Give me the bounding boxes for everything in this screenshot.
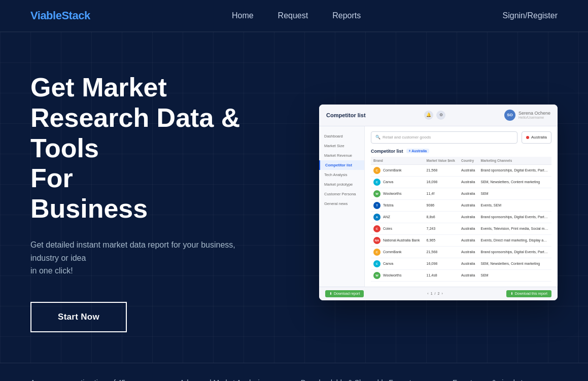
mockup-header-icons: 🔔 ⚙ xyxy=(424,111,445,120)
sidebar-competitor-list[interactable]: Competitor list xyxy=(319,160,364,170)
prev-page[interactable]: ‹ xyxy=(427,292,428,295)
cell-value: 9086 xyxy=(424,199,459,211)
cell-country: Australia xyxy=(459,176,478,188)
download-report-btn[interactable]: ⬇ Download report xyxy=(325,290,364,297)
mockup-header: Competitor list 🔔 ⚙ SO Serena Ochene Hel… xyxy=(319,105,558,126)
cell-value: 11,4f xyxy=(424,188,459,199)
hero-subtitle-line2: in one click! xyxy=(30,264,244,278)
user-subtitle: Hello/Username xyxy=(518,116,550,119)
stat-3: Downloadable & Shareable Formats xyxy=(301,378,415,381)
cell-country: Australia xyxy=(459,188,478,199)
cell-value: 21,568 xyxy=(424,246,459,258)
cell-value: 8,8s6 xyxy=(424,211,459,223)
stat-4: Easy to use & simple to consume xyxy=(453,378,558,381)
page-2[interactable]: 2 xyxy=(438,292,440,295)
cell-channels: SEM xyxy=(478,188,552,199)
avatar: SO xyxy=(504,110,515,121)
cell-brand: NA National Australia Bank xyxy=(371,234,424,246)
mockup-main-content: 🔍 Retail and customer goods Australia Co… xyxy=(365,126,558,287)
table-row: C CommBank 21,568 Australia Brand sponso… xyxy=(371,246,551,258)
download-this-report-btn[interactable]: ⬇ Download this report xyxy=(506,290,551,297)
cell-channels: Events, Direct mail marketing, Display a… xyxy=(478,234,552,246)
search-text: Retail and customer goods xyxy=(383,135,431,140)
cell-brand: A ANZ xyxy=(371,211,424,223)
logo-text: Viable xyxy=(30,9,61,22)
mockup-body: Dashboard Market Size Market Revenue Com… xyxy=(319,126,558,287)
cell-country: Australia xyxy=(459,211,478,223)
mockup-sidebar: Dashboard Market Size Market Revenue Com… xyxy=(319,126,365,287)
table-header-row: Brand Market Value $m/k Country Marketin… xyxy=(371,157,551,165)
notification-icon: 🔔 xyxy=(424,111,433,120)
navbar: ViableStack Home Request Reports Signin/… xyxy=(0,0,588,32)
cell-country: Australia xyxy=(459,223,478,234)
cell-value: 16,098 xyxy=(424,258,459,269)
sidebar-dashboard[interactable]: Dashboard xyxy=(319,131,364,141)
hero-subtitle: Get detailed instant market data report … xyxy=(30,238,244,278)
hero-title: Get MarketResearch Data & ToolsForBusine… xyxy=(30,73,284,224)
stat-1: Average generation time of 45secs. xyxy=(30,378,142,381)
cell-channels: Brand sponsorships, Digital Events, Part… xyxy=(478,211,552,223)
cell-channels: SEM, Newsletters, Content marketing xyxy=(478,258,552,269)
cell-brand: T Telstra xyxy=(371,199,424,211)
cell-channels: Events, Television, Print media, Social … xyxy=(478,223,552,234)
start-now-button[interactable]: Start Now xyxy=(30,302,127,332)
user-info: Serena Ochene Hello/Username xyxy=(518,111,550,119)
sidebar-general-news[interactable]: General news xyxy=(319,199,364,209)
sidebar-tech-analysis[interactable]: Tech Analysis xyxy=(319,170,364,180)
download-this-label: Download this report xyxy=(515,292,547,295)
table-row: C Coles 7,243 Australia Events, Televisi… xyxy=(371,223,551,234)
signin-register-link[interactable]: Signin/Register xyxy=(503,11,558,20)
table-row: NA National Australia Bank 6,965 Austral… xyxy=(371,234,551,246)
hero-section: Get MarketResearch Data & ToolsForBusine… xyxy=(0,32,588,363)
location-dot xyxy=(526,136,529,139)
mockup-location-badge[interactable]: Australia xyxy=(522,131,551,144)
mockup-search-input[interactable]: 🔍 Retail and customer goods xyxy=(371,131,517,144)
nav-reports[interactable]: Reports xyxy=(332,11,361,20)
table-row: C CommBank 21,568 Australia Brand sponso… xyxy=(371,164,551,176)
table-row: A ANZ 8,8s6 Australia Brand sponsorships… xyxy=(371,211,551,223)
sidebar-market-size[interactable]: Market Size xyxy=(319,141,364,151)
cell-channels: Brand sponsorships, Digital Events, Part… xyxy=(478,164,552,176)
nav-request[interactable]: Request xyxy=(278,11,308,20)
mockup-user: SO Serena Ochene Hello/Username xyxy=(504,110,550,121)
sidebar-market-revenue[interactable]: Market Revenue xyxy=(319,151,364,160)
cell-brand: C Coles xyxy=(371,223,424,234)
competitor-table: Brand Market Value $m/k Country Marketin… xyxy=(371,157,551,282)
table-row: T Telstra 9086 Australia Events, SEM xyxy=(371,199,551,211)
cell-value: 11,4s8 xyxy=(424,269,459,281)
col-brand: Brand xyxy=(371,157,424,165)
logo[interactable]: ViableStack xyxy=(30,9,90,22)
hero-content: Get MarketResearch Data & ToolsForBusine… xyxy=(30,73,284,332)
user-name: Serena Ochene xyxy=(518,111,550,116)
mockup-window: Competitor list 🔔 ⚙ SO Serena Ochene Hel… xyxy=(319,105,558,300)
cell-channels: Events, SEM xyxy=(478,199,552,211)
col-channels: Marketing Channels xyxy=(478,157,552,165)
settings-icon: ⚙ xyxy=(436,111,445,120)
nav-home[interactable]: Home xyxy=(232,11,254,20)
page-sep: / xyxy=(435,292,436,295)
hero-mockup: Competitor list 🔔 ⚙ SO Serena Ochene Hel… xyxy=(319,105,558,300)
cell-channels: SEM, Newsletters, Content marketing xyxy=(478,176,552,188)
hero-subtitle-line1: Get detailed instant market data report … xyxy=(30,240,235,262)
cell-country: Australia xyxy=(459,199,478,211)
pagination: ‹ 1 / 2 › xyxy=(427,292,442,295)
nav-links: Home Request Reports xyxy=(232,11,361,20)
cell-country: Australia xyxy=(459,269,478,281)
page-1[interactable]: 1 xyxy=(431,292,433,295)
cell-brand: C Canva xyxy=(371,258,424,269)
download-label: Download report xyxy=(334,292,360,295)
cell-country: Australia xyxy=(459,246,478,258)
cell-value: 16,098 xyxy=(424,176,459,188)
cell-brand: C Canva xyxy=(371,176,424,188)
cell-brand: C CommBank xyxy=(371,246,424,258)
cell-channels: Brand sponsorships, Digital Events, Part… xyxy=(478,246,552,258)
next-page[interactable]: › xyxy=(441,292,442,295)
nav-auth: Signin/Register xyxy=(503,11,558,20)
col-country: Country xyxy=(459,157,478,165)
cell-country: Australia xyxy=(459,164,478,176)
cell-value: 7,243 xyxy=(424,223,459,234)
cell-channels: SEM xyxy=(478,269,552,281)
sidebar-market-prototype[interactable]: Market prototype xyxy=(319,180,364,189)
sidebar-customer-persona[interactable]: Customer Persona xyxy=(319,189,364,199)
cell-brand: W Woolworths xyxy=(371,188,424,199)
